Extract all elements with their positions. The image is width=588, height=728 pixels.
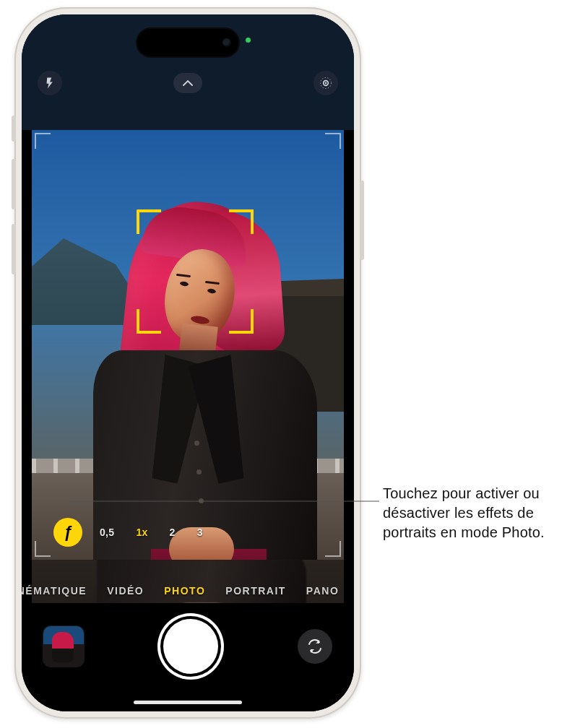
shutter-button[interactable]: [163, 619, 218, 674]
svg-point-2: [325, 82, 327, 84]
mode-photo[interactable]: PHOTO: [164, 585, 205, 597]
mode-portrait[interactable]: PORTRAIT: [225, 585, 286, 597]
chevron-up-icon: [181, 79, 194, 87]
flip-camera-icon: [306, 638, 324, 655]
live-photo-button[interactable]: [314, 71, 338, 95]
zoom-0-5x[interactable]: 0,5: [95, 522, 118, 542]
last-photo-thumbnail[interactable]: [43, 626, 84, 667]
dynamic-island: [137, 29, 238, 56]
mode-cinematique[interactable]: CINÉMATIQUE: [22, 585, 87, 597]
zoom-2x[interactable]: 2: [165, 522, 180, 542]
mode-selector[interactable]: CINÉMATIQUE VIDÉO PHOTO PORTRAIT PANO: [22, 578, 354, 603]
flip-camera-button[interactable]: [298, 629, 332, 664]
zoom-1x[interactable]: 1x: [131, 522, 152, 542]
mode-pano[interactable]: PANO: [306, 585, 339, 597]
zoom-controls: ƒ 0,5 1x 2 3: [53, 518, 207, 547]
zoom-3x[interactable]: 3: [193, 522, 207, 542]
depth-control-button[interactable]: ƒ: [53, 518, 82, 547]
flash-button[interactable]: [38, 71, 62, 95]
flash-icon: [43, 77, 56, 90]
bottom-controls: [22, 603, 354, 711]
camera-in-use-dot: [246, 38, 251, 43]
camera-controls-chevron[interactable]: [173, 73, 202, 93]
mode-video[interactable]: VIDÉO: [107, 585, 144, 597]
live-photo-icon: [319, 76, 333, 90]
home-indicator[interactable]: [134, 701, 242, 704]
depth-f-symbol: ƒ: [64, 523, 72, 542]
callout-text: Touchez pour activer ou désactiver les e…: [383, 484, 578, 542]
